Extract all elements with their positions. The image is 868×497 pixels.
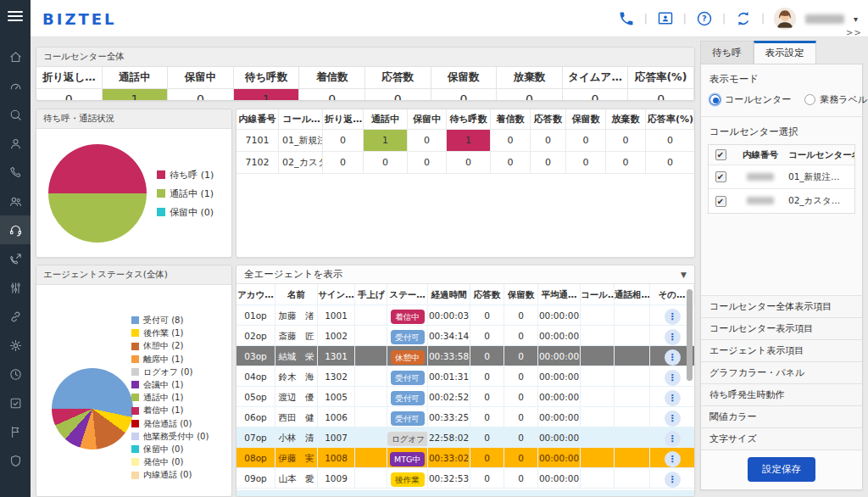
settings-section-row[interactable]: グラフカラー・パネル [701, 361, 862, 383]
select-all-checkbox[interactable]: ✔ [715, 149, 726, 160]
sidebar-item-tasks[interactable] [0, 388, 31, 417]
sidebar-item-phone[interactable] [0, 158, 31, 187]
settings-section-row[interactable]: コールセンター全体表示項目 [701, 295, 862, 317]
agent-row[interactable]: 09op 山本 愛 1009 後作業 00:32:53 0 0 00:00:00… [236, 468, 694, 489]
agent-row[interactable]: 04op 鈴木 海 1302 受付可 00:01:31 0 0 00:00:00… [236, 366, 694, 387]
agent-row[interactable]: 05op 渡辺 優 1005 受付可 00:02:52 0 0 00:00:00… [236, 387, 694, 407]
settings-section-row[interactable]: コールセンター表示項目 [701, 317, 862, 339]
agent-answers: 0 [470, 427, 504, 447]
agent-answers: 0 [470, 387, 504, 406]
agent-answers: 0 [470, 468, 504, 488]
row-checkbox[interactable]: ✔ [715, 171, 726, 182]
radio-selected-icon[interactable] [709, 94, 721, 105]
settings-section-row[interactable]: 閾値カラー [701, 405, 862, 427]
sidebar-item-shield[interactable] [0, 446, 31, 475]
sidebar-item-settings[interactable] [0, 331, 31, 360]
tab-queue[interactable]: 待ち呼 [700, 41, 754, 64]
agent-holds: 0 [504, 305, 538, 325]
column-header: 保留中 [408, 109, 447, 129]
menu-icon[interactable] [8, 11, 23, 21]
agent-holds: 0 [504, 346, 538, 366]
sidebar-item-flag[interactable] [0, 417, 31, 446]
panel-title: エージェントステータス(全体) [36, 265, 231, 285]
row-actions-button[interactable]: ⋮ [665, 472, 681, 488]
agent-call-partner [615, 448, 650, 467]
user-avatar[interactable] [774, 8, 796, 30]
row-actions-button[interactable]: ⋮ [665, 329, 681, 345]
agent-account: 07op [236, 427, 275, 447]
legend-item: 後作業 (1) [131, 327, 209, 339]
settings-section-row[interactable]: エージェント表示項目 [701, 339, 862, 361]
column-header: 応答数 [470, 284, 504, 304]
shield-icon [8, 454, 23, 468]
center-select-row[interactable]: ✔ 02_カスタ… [709, 189, 854, 213]
agent-row[interactable]: 03op 結城 栄 1301 休憩中 00:33:58 0 0 00:00:00… [236, 346, 694, 366]
sidebar-item-outbound[interactable] [0, 244, 31, 273]
table-row[interactable]: 7102 02_カスタ… 0 0 0 0 0 0 0 0 0 [236, 152, 694, 174]
contact-card-icon[interactable] [657, 10, 674, 27]
queue-pie-chart [48, 144, 147, 243]
panel-collapse-control[interactable]: >> [846, 28, 862, 37]
agent-row[interactable]: 02op 斎藤 匠 1002 受付可 00:34:14 0 0 00:00:00… [236, 326, 694, 346]
sidebar-item-monitoring[interactable] [0, 215, 31, 244]
center-select-row[interactable]: ✔ 01_新規注… [709, 165, 854, 189]
column-header: 保留数 [504, 284, 538, 304]
separator: | [683, 13, 687, 25]
stats-value: 0 [628, 89, 694, 101]
agent-holds: 0 [504, 448, 538, 467]
sidebar-item-search[interactable] [0, 100, 31, 129]
save-settings-button[interactable]: 設定保存 [748, 457, 815, 482]
caret-down-icon[interactable]: ▼ [681, 271, 687, 279]
sidebar-item-sliders[interactable] [0, 273, 31, 302]
row-actions-button[interactable]: ⋮ [665, 451, 681, 467]
agent-handraise [355, 305, 387, 325]
sidebar-item-dashboard[interactable] [0, 71, 31, 100]
agent-handraise [355, 366, 387, 386]
agent-filter-dropdown[interactable]: 全エージェントを表示 ▼ [236, 265, 694, 284]
agent-elapsed: 00:34:14 [428, 326, 470, 345]
radio-business-label[interactable]: 業務ラベル [804, 93, 867, 106]
stats-column-header: 待ち呼数 [234, 67, 300, 89]
settings-section-row[interactable]: 文字サイズ [701, 427, 862, 450]
sidebar-item-user[interactable] [0, 129, 31, 158]
agent-row[interactable]: 06op 西田 健 1006 受付可 00:33:25 0 0 00:00:00… [236, 407, 694, 427]
row-actions-button[interactable]: ⋮ [665, 349, 681, 366]
settings-section-row[interactable]: 待ち呼発生時動作 [701, 383, 862, 405]
extension-number-blurred [747, 197, 774, 204]
headset-icon [8, 223, 23, 237]
table-scrollbar[interactable] [687, 289, 693, 381]
row-actions-button[interactable]: ⋮ [665, 309, 681, 325]
sidebar-item-history[interactable] [0, 360, 31, 388]
sidebar-item-agents[interactable] [0, 187, 31, 215]
row-actions-button[interactable]: ⋮ [665, 410, 681, 427]
gear-icon [8, 338, 23, 353]
agent-signin: 1009 [318, 468, 355, 488]
row-actions-button[interactable]: ⋮ [665, 370, 681, 386]
gauge-icon [8, 79, 23, 93]
agent-row[interactable]: 01op 加藤 渚 1001 着信中 00:00:03 0 0 00:00:00… [236, 305, 694, 326]
agent-signin: 1007 [318, 427, 355, 447]
column-header: 保留数 [566, 109, 606, 129]
sidebar-item-home[interactable] [0, 42, 31, 71]
row-actions-button[interactable]: ⋮ [665, 390, 681, 406]
sidebar-item-link[interactable] [0, 302, 31, 331]
row-actions-button[interactable]: ⋮ [665, 431, 681, 447]
help-icon[interactable]: ? [696, 10, 713, 27]
chevron-down-icon[interactable]: ▾ [854, 14, 858, 24]
agent-row[interactable]: 08op 伊藤 実 1008 MTG中 00:33:02 0 0 00:00:0… [236, 448, 694, 468]
link-icon [8, 310, 23, 324]
phone-icon[interactable] [618, 10, 635, 27]
column-header: 経過時間 [428, 284, 470, 304]
row-checkbox[interactable]: ✔ [715, 196, 726, 207]
radio-icon[interactable] [804, 94, 815, 105]
agent-avg-talk: 00:00:00 [538, 387, 581, 406]
legend-swatch [131, 407, 139, 415]
agent-row[interactable]: 07op 小林 清 1007 ログオフ 22:58:02 0 0 00:00:0… [236, 427, 694, 448]
stats-column-header: 保留中 [168, 67, 234, 89]
tab-display-settings[interactable]: 表示設定 [754, 41, 816, 64]
center-select-table: ✔ 内線番号 コールセンター名 ✔ 01_新規注… ✔ 02_カスタ… [708, 144, 855, 214]
table-row[interactable]: 7101 01_新規注… 0 1 0 1 0 0 0 0 0 [236, 130, 694, 152]
refresh-icon[interactable] [735, 10, 752, 27]
radio-callcenter[interactable]: コールセンター [709, 93, 791, 106]
stats-value: 0 [299, 89, 365, 101]
